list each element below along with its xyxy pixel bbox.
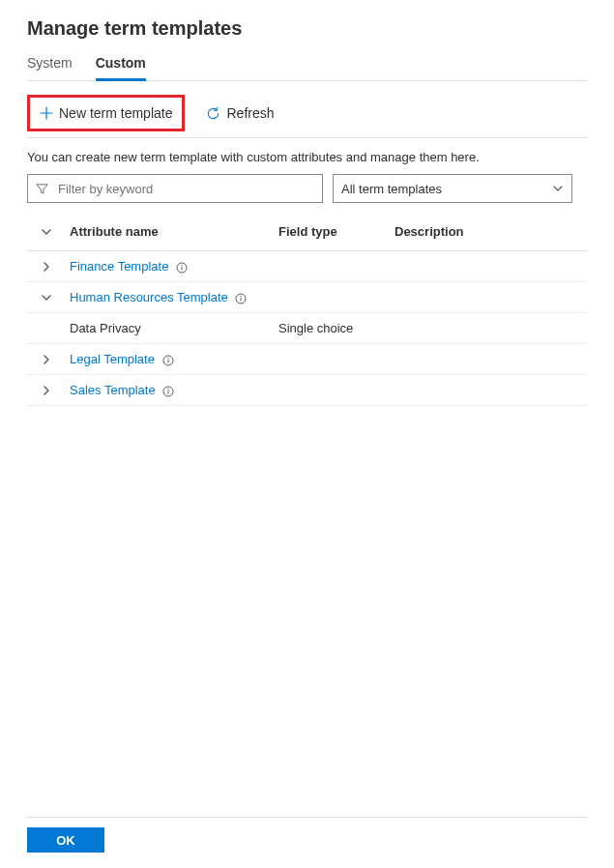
filter-icon (36, 183, 48, 195)
table-row: Human Resources Template (27, 282, 587, 313)
template-link[interactable]: Legal Template (70, 352, 155, 366)
col-header-desc[interactable]: Description (395, 224, 587, 239)
filter-input-wrapper[interactable] (27, 174, 323, 203)
toolbar: New term template Refresh (27, 89, 587, 138)
template-link[interactable]: Human Resources Template (70, 290, 228, 304)
tab-system[interactable]: System (27, 47, 73, 80)
dropdown-selected: All term templates (341, 182, 442, 196)
info-icon[interactable] (235, 293, 247, 304)
col-header-field[interactable]: Field type (278, 224, 395, 239)
highlight-new-template: New term template (27, 95, 185, 131)
ok-button[interactable]: OK (27, 827, 104, 853)
refresh-label: Refresh (226, 105, 274, 121)
filter-row: All term templates (27, 174, 587, 203)
svg-point-10 (168, 388, 169, 389)
new-term-template-button[interactable]: New term template (32, 100, 180, 127)
svg-point-1 (181, 264, 182, 265)
attribute-name: Data Privacy (66, 321, 278, 335)
filter-input[interactable] (56, 181, 314, 197)
new-term-template-label: New term template (59, 105, 172, 121)
templates-dropdown[interactable]: All term templates (333, 174, 572, 203)
svg-rect-5 (241, 298, 242, 302)
template-link[interactable]: Sales Template (70, 383, 156, 397)
refresh-button[interactable]: Refresh (198, 100, 281, 127)
col-header-name[interactable]: Attribute name (66, 224, 278, 239)
chevron-down-icon (552, 183, 564, 194)
expand-toggle[interactable] (27, 385, 66, 396)
svg-rect-11 (168, 391, 169, 394)
footer: OK (27, 817, 587, 853)
expand-toggle[interactable] (27, 261, 66, 273)
template-link[interactable]: Finance Template (70, 259, 168, 274)
expand-all-toggle[interactable] (27, 226, 66, 238)
info-icon[interactable] (162, 386, 174, 397)
svg-point-4 (241, 295, 242, 296)
tabs: System Custom (27, 47, 587, 81)
expand-toggle[interactable] (27, 354, 66, 365)
refresh-icon (206, 106, 220, 121)
svg-rect-2 (182, 267, 183, 271)
table-row: Data Privacy Single choice (27, 313, 587, 344)
table-row: Finance Template (27, 251, 587, 282)
tab-custom[interactable]: Custom (96, 47, 146, 80)
table-header: Attribute name Field type Description (27, 213, 587, 251)
attribute-field: Single choice (278, 321, 395, 335)
plus-icon (40, 106, 53, 120)
info-text: You can create new term template with cu… (27, 150, 587, 164)
info-icon[interactable] (162, 355, 174, 366)
svg-point-7 (167, 357, 168, 358)
table-row: Legal Template (27, 344, 587, 375)
table-row: Sales Template (27, 375, 587, 406)
info-icon[interactable] (176, 262, 188, 274)
page-title: Manage term templates (27, 17, 587, 40)
expand-toggle[interactable] (27, 292, 66, 304)
svg-rect-8 (167, 360, 168, 363)
